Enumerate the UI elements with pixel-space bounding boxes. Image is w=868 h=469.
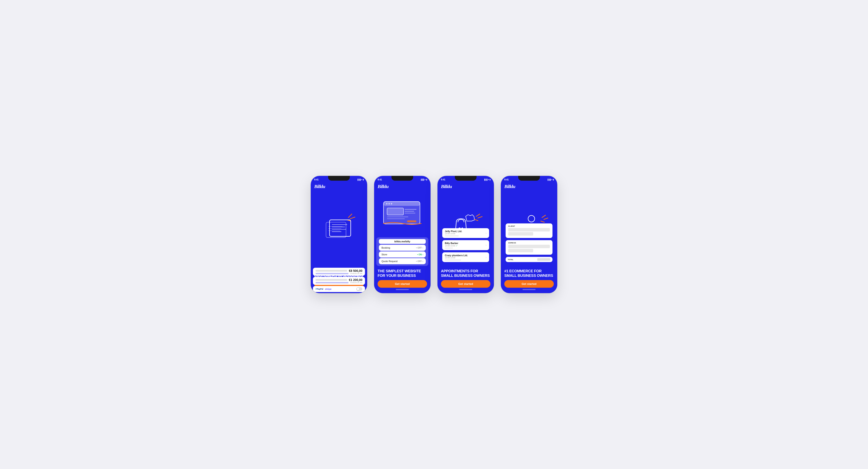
invoice-amount-1: €8 500,00 [349, 269, 362, 272]
feature-name-store: Store [381, 253, 387, 256]
feature-quote[interactable]: Quote Request • OFF › [379, 258, 426, 264]
appt-bar-3 [445, 260, 461, 260]
status-time-1: 9:41 [314, 178, 318, 181]
wifi-icon: ▾ [361, 179, 362, 181]
logo-2: Billdu [374, 182, 431, 189]
svg-line-26 [478, 217, 482, 218]
signal-icon-3: ▐▐▐ [484, 179, 487, 181]
status-time-3: 9:41 [441, 178, 445, 181]
appt-info-3: Crazy plumbers Ltd. 13:00-14:00 [445, 254, 468, 260]
invoice-card-2: €1 200,00 Invoiced 28 Jan [313, 277, 365, 285]
invoice-card-1: €8 500,00 Invoiced 28 Jan [313, 268, 365, 276]
svg-point-28 [528, 215, 535, 222]
address-label: ADRESS [508, 242, 550, 244]
phone-bottom-4: #1 ECOMMERCE FOR SMALL BUSINESS OWNERS G… [501, 267, 557, 293]
appt-bar-2 [445, 248, 453, 248]
phone-screen-4: 9:41 ▐▐▐ ▾ ▮ Billdu [501, 176, 557, 293]
status-time-2: 9:41 [378, 178, 382, 181]
client-card: CLIENT [506, 224, 553, 238]
invoice-date-2: Invoiced 28 Jan [350, 282, 362, 284]
appt-name-1: Jelly Pixel, Ltd. [445, 230, 462, 233]
phone-screen-2: 9:41 ▐▐▐ ▾ ▮ Billdu [374, 176, 431, 293]
feature-booking[interactable]: Booking • OFF › [379, 245, 426, 251]
phones-container: 9:41 ▐▐▐ ▾ ▮ Billdu [311, 176, 557, 293]
payment-card: PPayPal stripe [313, 286, 365, 292]
phone-website: 9:41 ▐▐▐ ▾ ▮ Billdu [374, 176, 431, 293]
phone-screen-3: 9:41 ▐▐▐ ▾ ▮ Billdu 01 [437, 176, 494, 293]
feature-name-booking: Booking [381, 246, 390, 249]
client-field-2 [508, 232, 533, 236]
tagline-3: APPOINTMENTS FOR SMALL BUSINESS OWNERS [441, 269, 490, 278]
svg-line-31 [544, 218, 548, 219]
invoice-svg [311, 189, 367, 267]
wifi-icon-3: ▾ [488, 179, 489, 181]
get-started-btn-3[interactable]: Get started [441, 280, 490, 288]
appt-chevron-3: › [486, 256, 487, 259]
svg-line-0 [348, 214, 352, 217]
svg-line-32 [541, 221, 544, 222]
appt-chevron-2: › [486, 244, 487, 247]
appt-info-1: Jelly Pixel, Ltd. 13:00-14:00 [445, 230, 462, 236]
svg-rect-17 [387, 208, 404, 215]
card-bar-left-2 [315, 279, 347, 281]
client-label: CLIENT [508, 225, 550, 227]
svg-point-14 [386, 203, 388, 205]
svg-line-27 [474, 219, 478, 221]
appt-card-1: Jelly Pixel, Ltd. 13:00-14:00 › [442, 228, 489, 238]
svg-line-25 [476, 214, 480, 216]
tagline-4: #1 ECOMMERCE FOR SMALL BUSINESS OWNERS [504, 269, 554, 278]
payment-toggle[interactable] [356, 287, 362, 291]
illustration-website [374, 189, 431, 237]
website-url-container: billdu.me/billy Booking • OFF › Store • … [376, 237, 428, 266]
feature-status-booking: • OFF › [416, 247, 423, 249]
feature-name-quote: Quote Request [381, 260, 398, 263]
appt-card-3: Crazy plumbers Ltd. 13:00-14:00 › [442, 252, 489, 262]
total-value [537, 258, 550, 261]
client-field-1 [508, 228, 550, 231]
appt-info-2: Billy Barber 13:00-14:00 ✓ [445, 242, 458, 248]
card-bar-left-1 [315, 270, 347, 272]
url-card: billdu.me/billy [379, 239, 426, 244]
logo-3: Billdu [437, 182, 494, 189]
invoice-amount-2: €1 200,00 [349, 278, 362, 282]
wifi-icon-4: ▾ [551, 179, 552, 181]
appt-time-2: 13:00-14:00 [445, 245, 455, 247]
appt-name-3: Crazy plumbers Ltd. [445, 254, 468, 257]
feature-status-quote: • OFF › [416, 260, 423, 263]
phone-ecommerce: 9:41 ▐▐▐ ▾ ▮ Billdu [501, 176, 557, 293]
toggle-knob [357, 288, 359, 290]
battery-icon-2: ▮ [426, 179, 427, 181]
signal-icon-2: ▐▐▐ [420, 179, 424, 181]
appt-card-2: Billy Barber 13:00-14:00 ✓ › [442, 240, 489, 250]
address-field-1 [508, 245, 550, 248]
appt-chevron-1: › [486, 232, 487, 235]
card-bar-blue-2 [315, 282, 348, 283]
phone-bottom-2: THE SIMPLEST WEBSITE FOR YOUR BUSINESS G… [374, 267, 431, 293]
home-indicator-3 [459, 289, 472, 290]
phone-screen-1: 9:41 ▐▐▐ ▾ ▮ Billdu [311, 176, 367, 293]
address-card: ADRESS [506, 240, 553, 255]
appt-time-container-2: 13:00-14:00 ✓ [445, 244, 458, 247]
svg-point-16 [391, 203, 392, 205]
get-started-btn-2[interactable]: Get started [378, 280, 427, 288]
appt-cards: Jelly Pixel, Ltd. 13:00-14:00 › Billy Ba… [440, 228, 492, 263]
feature-store[interactable]: Store • ON › [379, 252, 426, 258]
illustration-invoice [311, 189, 367, 267]
address-field-2 [508, 249, 533, 252]
tagline-2: THE SIMPLEST WEBSITE FOR YOUR BUSINESS [378, 269, 427, 278]
svg-rect-23 [407, 221, 416, 222]
total-label: TOTAL [508, 259, 514, 261]
appt-name-2: Billy Barber [445, 242, 458, 244]
phone-notch-4 [518, 176, 540, 181]
home-indicator-4 [523, 289, 535, 290]
phone-notch [328, 176, 350, 181]
paypal-p-icon: PPayPal [315, 288, 323, 290]
svg-point-15 [389, 203, 390, 205]
get-started-btn-4[interactable]: Get started [504, 280, 554, 288]
status-icons-4: ▐▐▐ ▾ ▮ [547, 179, 554, 181]
phone-invoice: 9:41 ▐▐▐ ▾ ▮ Billdu [311, 176, 367, 293]
battery-icon-3: ▮ [490, 179, 490, 181]
phone-notch-3 [455, 176, 476, 181]
svg-line-1 [350, 217, 355, 219]
phone-notch-2 [392, 176, 413, 181]
